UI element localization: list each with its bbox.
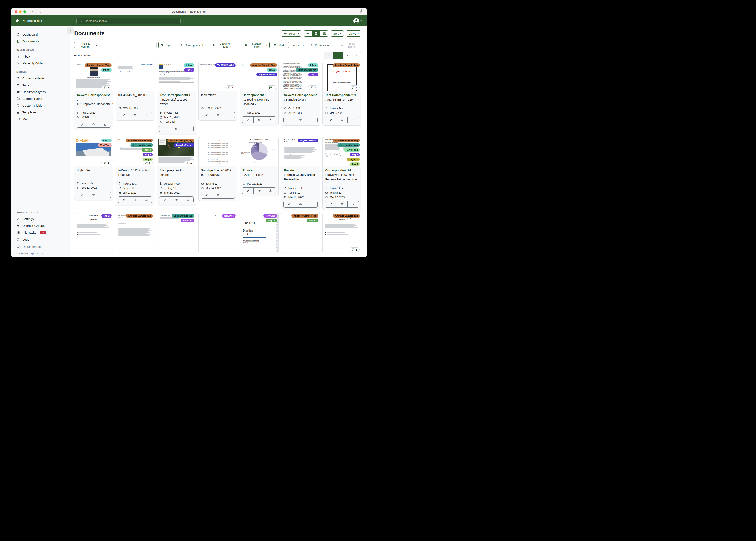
edit-button[interactable] [284,117,295,123]
correspondent-link[interactable]: Correspondent 14 [325,168,359,173]
select-button[interactable]: Select▾ [281,30,301,37]
view-button[interactable] [171,126,182,132]
tag-pill[interactable]: Another Sample Tag [126,139,153,142]
correspondent-link[interactable]: Test Correspondent 1 [160,93,193,98]
tag-pill[interactable]: Inbox [101,139,112,142]
tag-pill[interactable]: Tag 3 [350,162,360,166]
tag-pill[interactable]: Another Sample Tag [333,139,360,142]
notes-count[interactable]: 2 [101,85,111,90]
document-card[interactable]: Test Name 123-456-789 Another Sample Tag [116,213,155,253]
download-button[interactable] [306,201,318,208]
download-button[interactable] [306,117,318,123]
download-button[interactable] [265,188,276,194]
back-icon[interactable] [31,10,34,13]
document-card[interactable]: ❖ BANK OF SCOTLAND 2,0 % p. a. auf Ihr T… [116,62,155,121]
tag-pill[interactable]: Tag 2 [350,153,360,157]
download-button[interactable] [141,197,152,203]
edit-button[interactable] [77,121,88,127]
download-button[interactable] [223,112,235,118]
document-card[interactable]: Patient BP Distribution 2011 Isolated Sy… [240,137,279,196]
edit-button[interactable] [118,197,129,203]
sidebar-item-tags[interactable]: Tags [11,82,70,89]
document-card[interactable]: The SAT Practice Test #1 Make time to ta… [240,213,279,253]
edit-button[interactable] [325,117,336,123]
download-button[interactable] [99,121,111,127]
sidebar-item-correspondents[interactable]: Correspondents [11,75,70,82]
document-card[interactable]: This is a testAnother Sample TagTag 12 [281,213,320,253]
sidebar-item-templates[interactable]: Templates [11,109,70,116]
notes-count[interactable]: 1 [308,85,318,90]
sidebar-item-inbox[interactable]: Inbox [11,53,70,60]
view-button[interactable] [88,192,99,198]
sidebar-item-recently-added[interactable]: Recently Added [11,60,70,67]
download-button[interactable] [182,126,193,132]
download-button[interactable] [347,201,359,208]
download-button[interactable] [265,117,276,123]
document-card[interactable]: Medical Teacher Has the new Kirkpatrick … [157,62,196,135]
correspondent-link[interactable]: Private [242,168,276,173]
page-2-button[interactable]: 2 [343,52,352,59]
forward-icon[interactable] [39,10,42,13]
tag-pill[interactable]: Just another tag [337,143,360,147]
tag-pill[interactable]: Another Sample Tag [126,214,153,218]
tag-pill[interactable]: NewOne [263,214,277,218]
filter-search-input[interactable] [100,42,157,48]
notes-count[interactable]: 1 [101,161,111,165]
edit-button[interactable] [201,192,212,198]
view-button[interactable] [253,117,265,123]
view-button[interactable] [212,112,223,118]
zoom-window-button[interactable] [23,10,26,13]
minimize-window-button[interactable] [19,10,22,13]
notes-count[interactable]: 1 [184,161,194,165]
view-button[interactable] [171,197,182,203]
sidebar-item-documentation[interactable]: Documentation [11,243,70,250]
tag-pill[interactable]: Inbox [308,63,319,67]
page-next-button[interactable]: » [352,52,361,59]
tag-pill[interactable]: Another Sample Tag [167,139,194,142]
tag-pill[interactable]: TagWithPartial [256,73,277,77]
document-card[interactable]: French Country Bread For the Leaven Make… [281,137,320,210]
page-1-button[interactable]: 1 [333,52,343,59]
tag-pill[interactable]: Tag 12 [142,148,153,152]
filter-correspondent-button[interactable]: Correspondent▾ [178,42,208,48]
document-card[interactable]: Review of Arbitral Awards shows swift Re… [322,137,361,210]
download-button[interactable] [182,197,193,203]
edit-button[interactable] [325,201,336,208]
page-prev-button[interactable]: « [324,52,333,59]
tag-pill[interactable]: NewOne [222,214,236,218]
tag-pill[interactable]: NewOne [181,219,194,223]
document-card[interactable]: Lorem ipsum Lorem ipsum dolor sit amet, … [322,213,361,253]
view-list-button[interactable] [304,31,312,37]
tag-pill[interactable]: Inbox [101,68,112,72]
brand[interactable]: Paperless-ngx [11,18,70,23]
filter-tags-button[interactable]: Tags▾ [158,42,176,48]
correspondent-link[interactable]: Correspondent 9 [242,93,276,98]
document-card[interactable]: Serial Number,Company Name,Employe978818… [281,62,320,126]
download-button[interactable] [223,192,235,198]
download-button[interactable] [99,192,111,198]
sidebar-item-storage-paths[interactable]: Storage Paths [11,95,70,102]
tag-pill[interactable]: Tag 2 [184,68,194,72]
views-button[interactable]: Views▾ [346,30,361,37]
edit-button[interactable] [284,201,295,208]
tag-pill[interactable]: Another Sample Tag [333,214,360,218]
reset-filters-button[interactable]: × Reset filters [339,42,361,48]
view-button[interactable] [88,121,99,127]
document-card[interactable]: Lorem ipsum Lorem ipsum dolor sit amet, … [74,213,113,253]
tag-pill[interactable]: Inbox [267,68,277,72]
correspondent-link[interactable]: Test Correspondent 1 [325,93,359,98]
document-card[interactable]: This is a multi page document. Page 1.Ne… [198,213,237,253]
view-button[interactable] [336,117,347,123]
sidebar-item-settings[interactable]: Settings [11,216,70,222]
filter-document-type-button[interactable]: Document type▾ [210,42,240,48]
edit-button[interactable] [242,188,253,194]
view-button[interactable] [129,197,141,203]
tag-pill[interactable]: TagWithPartial [174,143,194,147]
document-card[interactable]: one,1.0five,5.0Another Sample TagInboxTa… [240,62,279,125]
sidebar-item-documents[interactable]: Documents [11,38,70,45]
edit-button[interactable] [159,197,171,203]
correspondent-link[interactable]: Newest Correspondent [284,93,317,98]
document-card[interactable]: Country,Region/State,"City","Total"TagWi… [198,62,237,121]
global-search-input[interactable]: Search documents [76,18,181,24]
close-window-button[interactable] [15,10,17,13]
